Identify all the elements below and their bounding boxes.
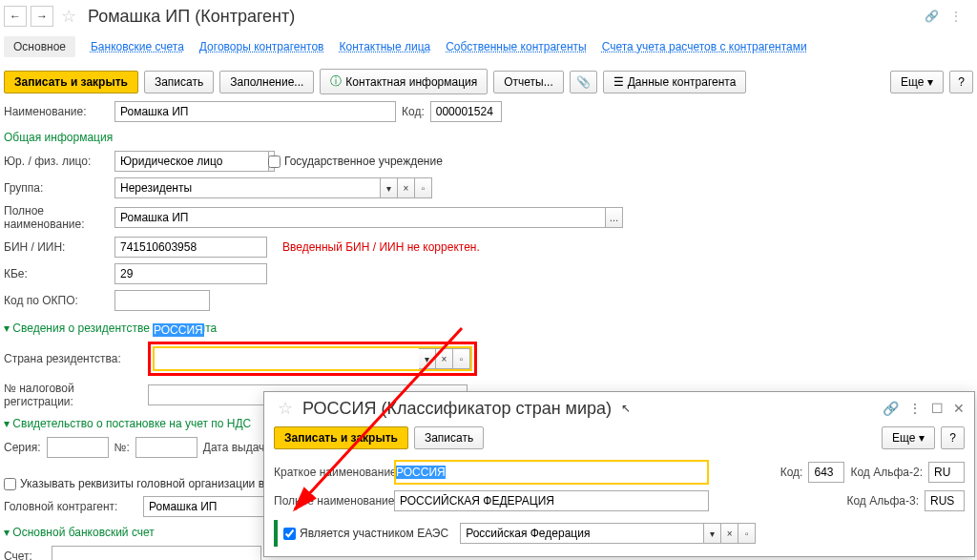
popup-link-icon[interactable]: 🔗: [883, 401, 899, 416]
save-button[interactable]: Записать: [144, 71, 214, 93]
counterparty-data-button[interactable]: ☰Данные контрагента: [603, 71, 747, 93]
group-open-button[interactable]: ▫: [415, 177, 432, 198]
code-label: Код:: [402, 105, 425, 118]
name-input[interactable]: [114, 101, 396, 122]
chevron-down-icon: ▾: [927, 75, 933, 89]
tab-main[interactable]: Основное: [4, 36, 75, 57]
section-general: Общая информация: [4, 125, 973, 148]
kbe-label: КБе:: [4, 267, 109, 280]
popup-fullname-input[interactable]: [394, 490, 709, 511]
nav-forward-button[interactable]: →: [31, 6, 53, 27]
tab-own[interactable]: Собственные контрагенты: [446, 40, 586, 53]
number-input[interactable]: [135, 437, 197, 458]
group-label: Группа:: [4, 181, 109, 195]
popup-eaes-open-button[interactable]: ▫: [738, 523, 756, 544]
chevron-down-icon: ▾: [919, 431, 925, 445]
legal-label: Юр. / физ. лицо:: [4, 155, 109, 168]
reports-button[interactable]: Отчеты...: [493, 71, 563, 93]
popup-eaes-wrap[interactable]: Является участником ЕАЭС: [283, 527, 448, 540]
tab-contracts[interactable]: Договоры контрагентов: [199, 40, 324, 53]
country-input[interactable]: [155, 348, 419, 369]
bin-label: БИН / ИИН:: [4, 240, 109, 254]
number-label: №:: [114, 441, 130, 454]
cursor-icon: ↖: [621, 402, 631, 415]
popup-star-icon[interactable]: ☆: [278, 398, 293, 419]
okpo-label: Код по ОКПО:: [4, 294, 109, 307]
tab-bank-accounts[interactable]: Банковские счета: [91, 40, 184, 53]
popup-shortname-label: Краткое наименование:: [274, 466, 388, 479]
series-label: Серия:: [4, 441, 41, 454]
link-icon[interactable]: 🔗: [925, 10, 939, 23]
popup-eaes-checkbox[interactable]: [283, 528, 296, 540]
okpo-input[interactable]: [114, 290, 210, 311]
country-open-button[interactable]: ▫: [453, 348, 470, 369]
bin-input[interactable]: [114, 237, 267, 258]
fullname-label: Полное наименование:: [4, 204, 109, 231]
name-label: Наименование:: [4, 105, 109, 118]
section-residence[interactable]: Сведения о резидентстве контрагента: [4, 316, 973, 339]
fill-button[interactable]: Заполнение...: [219, 71, 314, 93]
highlight-box: ▾ × ▫: [148, 342, 477, 376]
country-label: Страна резидентства:: [4, 352, 142, 365]
popup-code-label: Код:: [780, 466, 803, 479]
gov-checkbox[interactable]: [268, 156, 281, 168]
contact-info-button[interactable]: ⓘКонтактная информация: [320, 69, 488, 94]
popup-alpha2-label: Код Альфа-2:: [850, 466, 923, 479]
info-icon: ⓘ: [330, 73, 342, 90]
popup-eaes-country-input[interactable]: [460, 523, 704, 544]
popup-save-button[interactable]: Записать: [414, 426, 484, 449]
country-dropdown-button[interactable]: ▾: [419, 348, 436, 369]
group-clear-button[interactable]: ×: [398, 177, 415, 198]
page-title: Ромашка ИП (Контрагент): [88, 7, 295, 27]
popup-save-close-button[interactable]: Записать и закрыть: [274, 426, 408, 449]
country-clear-button[interactable]: ×: [436, 348, 453, 369]
clip-icon: 📎: [576, 75, 591, 89]
bin-error: Введенный БИН / ИИН не корректен.: [282, 240, 480, 254]
popup-close-icon[interactable]: ✕: [953, 401, 965, 416]
legal-type-input[interactable]: [114, 151, 269, 172]
popup-eaes-clear-button[interactable]: ×: [721, 523, 738, 544]
popup-shortname-selected: РОССИЯ: [396, 466, 446, 479]
tab-contacts[interactable]: Контактные лица: [339, 40, 430, 53]
popup-code-input[interactable]: [808, 462, 844, 483]
group-input[interactable]: [114, 177, 381, 198]
country-value-selected: РОССИЯ: [153, 323, 204, 337]
account-input[interactable]: [52, 546, 261, 560]
tab-accounts[interactable]: Счета учета расчетов с контрагентами: [602, 40, 807, 53]
more-button[interactable]: Еще ▾: [890, 71, 944, 93]
parent-req-wrap[interactable]: Указывать реквизиты головной организации…: [4, 477, 273, 490]
account-label: Счет:: [4, 550, 46, 560]
series-input[interactable]: [47, 437, 109, 458]
popup-alpha3-input[interactable]: [925, 490, 965, 511]
group-dropdown-button[interactable]: ▾: [381, 177, 398, 198]
help-button[interactable]: ?: [949, 71, 973, 93]
popup-maximize-icon[interactable]: ☐: [931, 401, 944, 416]
code-input[interactable]: [430, 101, 502, 122]
fullname-input[interactable]: [114, 207, 606, 228]
taxreg-label: № налоговой регистрации:: [4, 382, 142, 408]
popup-eaes-dropdown-button[interactable]: ▾: [704, 523, 721, 544]
country-popup: ☆ РОССИЯ (Классификатор стран мира) ↖ 🔗 …: [263, 391, 975, 557]
list-icon: ☰: [613, 75, 624, 89]
popup-fullname-label: Полное наименование:: [274, 494, 388, 508]
popup-kebab-icon[interactable]: ⋮: [908, 401, 922, 416]
parent-req-checkbox[interactable]: [4, 478, 16, 490]
popup-alpha3-label: Код Альфа-3:: [846, 494, 919, 508]
popup-title: РОССИЯ (Классификатор стран мира): [302, 399, 612, 419]
header-more-icon[interactable]: ⋮: [950, 10, 962, 23]
fullname-expand-button[interactable]: …: [606, 207, 623, 228]
gov-checkbox-wrap[interactable]: Государственное учреждение: [268, 155, 443, 168]
save-and-close-button[interactable]: Записать и закрыть: [4, 71, 138, 93]
attach-button[interactable]: 📎: [570, 71, 597, 93]
popup-alpha2-input[interactable]: [928, 462, 965, 483]
popup-more-button[interactable]: Еще ▾: [882, 426, 935, 449]
favorite-star-icon[interactable]: ☆: [61, 6, 76, 27]
popup-help-button[interactable]: ?: [941, 426, 965, 449]
parent-label: Головной контрагент:: [4, 500, 137, 513]
kbe-input[interactable]: [114, 263, 267, 284]
parent-input[interactable]: [143, 496, 267, 517]
nav-back-button[interactable]: ←: [4, 6, 27, 27]
